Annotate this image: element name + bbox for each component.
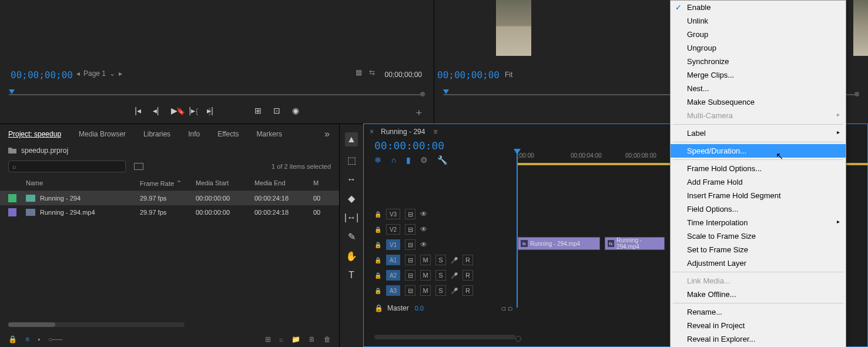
- sequence-name[interactable]: Running - 294: [381, 128, 425, 136]
- page-navigator[interactable]: ◂ Page 1 ⌄ ▸: [76, 69, 122, 78]
- menu-item-time-interpolation[interactable]: Time Interpolation: [671, 216, 846, 229]
- trash-icon[interactable]: 🗑: [324, 335, 331, 343]
- clip[interactable]: fxRunning - 294.mp4: [605, 237, 665, 250]
- new-bin-btn-icon[interactable]: 📁: [291, 335, 300, 343]
- col-media-dur[interactable]: M: [313, 179, 331, 187]
- eye-icon[interactable]: 👁: [420, 210, 427, 218]
- new-bin-icon[interactable]: [134, 163, 143, 170]
- menu-item-label[interactable]: Label: [671, 126, 846, 140]
- marker-tl-icon[interactable]: ▮: [406, 155, 411, 165]
- step-back-icon[interactable]: ◂|: [153, 106, 159, 115]
- mute-button[interactable]: M: [420, 255, 431, 265]
- ripple-tool-icon[interactable]: ↔: [347, 174, 356, 185]
- track-a1[interactable]: 🔒A1⊟MS🎤R: [374, 252, 514, 268]
- toggle-output-icon[interactable]: ⊟: [405, 239, 415, 250]
- solo-button[interactable]: S: [435, 285, 446, 296]
- page-dropdown-icon[interactable]: ⌄: [109, 69, 115, 78]
- tab-effects[interactable]: Effects: [217, 130, 239, 138]
- project-hscroll[interactable]: [8, 322, 185, 327]
- lock-icon[interactable]: 🔒: [374, 304, 381, 312]
- col-media-end[interactable]: Media End: [254, 179, 313, 187]
- go-in-icon[interactable]: |◂: [135, 106, 141, 115]
- sequence-menu-icon[interactable]: ≡: [433, 128, 438, 136]
- tab-markers[interactable]: Markers: [257, 130, 282, 138]
- col-media-start[interactable]: Media Start: [196, 179, 254, 187]
- menu-item-make-offline[interactable]: Make Offline...: [671, 288, 846, 301]
- program-playhead-icon[interactable]: [443, 89, 449, 94]
- close-sequence-icon[interactable]: ×: [370, 128, 374, 136]
- tab-media-browser[interactable]: Media Browser: [79, 130, 126, 138]
- tab-info[interactable]: Info: [188, 130, 200, 138]
- col-frame-rate[interactable]: Frame Rate⌃: [140, 179, 196, 187]
- mute-button[interactable]: M: [420, 285, 431, 296]
- toggle-output-icon[interactable]: ⊟: [405, 255, 415, 265]
- sync-lock-icon[interactable]: ⫏⫐: [500, 304, 514, 312]
- toggle-output-icon[interactable]: ⊟: [405, 285, 415, 296]
- solo-button[interactable]: S: [435, 255, 446, 265]
- menu-item-insert-frame-hold-segment[interactable]: Insert Frame Hold Segment: [671, 189, 846, 202]
- project-row[interactable]: Running - 294.mp4 29.97 fps 00:00:00:00 …: [0, 205, 339, 219]
- lock-icon[interactable]: 🔒: [374, 242, 381, 248]
- insert-icon[interactable]: ⊞: [254, 106, 262, 115]
- track-v3[interactable]: 🔒V3⊟👁: [374, 206, 514, 222]
- menu-item-nest[interactable]: Nest...: [671, 82, 846, 95]
- menu-item-speed-duration[interactable]: Speed/Duration...: [671, 144, 846, 158]
- menu-item-scale-to-frame-size[interactable]: Scale to Frame Size: [671, 229, 846, 243]
- razor-tool-icon[interactable]: ◆: [348, 193, 355, 204]
- col-name[interactable]: Name: [26, 179, 140, 187]
- go-out-icon[interactable]: ▸|: [207, 106, 213, 115]
- eye-icon[interactable]: 👁: [420, 225, 427, 233]
- new-item-icon[interactable]: 🗎: [309, 335, 316, 343]
- lock-icon[interactable]: 🔒: [374, 288, 381, 294]
- settings-icon[interactable]: ⚙: [420, 155, 428, 165]
- source-ruler[interactable]: [9, 87, 425, 99]
- menu-item-frame-hold-options[interactable]: Frame Hold Options...: [671, 162, 846, 175]
- search-input[interactable]: ⌕: [8, 161, 126, 172]
- menu-item-rename[interactable]: Rename...: [671, 305, 846, 319]
- tab-project[interactable]: Project: speedup: [8, 130, 61, 138]
- mic-icon[interactable]: 🎤: [451, 272, 458, 279]
- page-next-icon[interactable]: ▸: [119, 69, 122, 78]
- record-button[interactable]: R: [463, 270, 473, 281]
- list-view-icon[interactable]: ≡: [25, 335, 29, 343]
- track-select-tool-icon[interactable]: ⬚: [347, 155, 356, 166]
- track-v2[interactable]: 🔒V2⊟👁: [374, 222, 514, 237]
- fit-dropdown[interactable]: Fit: [505, 71, 512, 79]
- auto-sequence-icon[interactable]: ⊞: [265, 335, 271, 343]
- track-master[interactable]: 🔒Master0.0⫏⫐: [374, 301, 514, 316]
- menu-item-field-options[interactable]: Field Options...: [671, 202, 846, 216]
- type-tool-icon[interactable]: T: [348, 270, 354, 281]
- lock-icon[interactable]: 🔒: [374, 226, 381, 233]
- timeline-zoom-scroll[interactable]: [374, 335, 515, 339]
- tab-libraries[interactable]: Libraries: [143, 130, 170, 138]
- freeform-view-icon[interactable]: ○──: [48, 335, 62, 343]
- mic-icon[interactable]: 🎤: [451, 288, 458, 294]
- slip-tool-icon[interactable]: |↔|: [344, 212, 358, 223]
- wrench-icon[interactable]: 🔧: [437, 155, 447, 165]
- menu-item-unlink[interactable]: Unlink: [671, 14, 846, 28]
- tabs-overflow-icon[interactable]: »: [324, 129, 331, 139]
- hand-tool-icon[interactable]: ✋: [346, 251, 357, 262]
- lock-icon[interactable]: 🔒: [374, 257, 381, 263]
- menu-item-group[interactable]: Group: [671, 28, 846, 41]
- reverse-icon[interactable]: ⇆: [369, 68, 375, 76]
- menu-item-synchronize[interactable]: Synchronize: [671, 55, 846, 68]
- timeline-playhead[interactable]: [517, 149, 518, 308]
- thumbnail-icon[interactable]: ▦: [356, 68, 362, 76]
- mic-icon[interactable]: 🎤: [451, 257, 458, 263]
- menu-item-set-to-frame-size[interactable]: Set to Frame Size: [671, 243, 846, 256]
- find-icon[interactable]: ⌕: [279, 335, 283, 343]
- timeline-zoom-handle[interactable]: [515, 336, 521, 342]
- record-button[interactable]: R: [463, 285, 473, 296]
- add-button-icon[interactable]: +: [415, 107, 422, 119]
- ruler-playhead-icon[interactable]: [9, 89, 15, 94]
- solo-button[interactable]: S: [435, 270, 446, 281]
- lock-icon[interactable]: 🔒: [8, 335, 17, 343]
- track-v1[interactable]: 🔒V1⊟👁: [374, 237, 514, 252]
- menu-item-add-frame-hold[interactable]: Add Frame Hold: [671, 175, 846, 189]
- menu-item-adjustment-layer[interactable]: Adjustment Layer: [671, 256, 846, 270]
- menu-item-ungroup[interactable]: Ungroup: [671, 41, 846, 55]
- overwrite-icon[interactable]: ⊡: [273, 106, 280, 115]
- menu-item-make-subsequence[interactable]: Make Subsequence: [671, 95, 846, 109]
- menu-item-enable[interactable]: Enable: [671, 1, 846, 14]
